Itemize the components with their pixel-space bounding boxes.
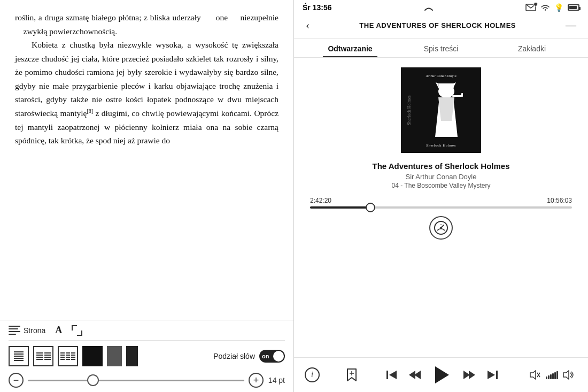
book-title-header: THE ADVENTURES OF SHERLOCK HOLMES [314, 21, 561, 29]
font-slider[interactable] [28, 380, 244, 381]
paragraph-1: roślin, a druga szmatę białego płótna; z… [15, 11, 278, 38]
page-label: Strona [24, 326, 45, 335]
progress-fill [310, 206, 370, 209]
svg-marker-30 [530, 371, 536, 379]
svg-marker-3 [438, 83, 454, 90]
player-author: Sir Arthur Conan Doyle [372, 173, 509, 181]
bookmark-icon [346, 368, 357, 382]
toolbar-row1: Strona A [9, 325, 285, 341]
expand-icon[interactable] [72, 325, 82, 336]
play-button[interactable] [430, 363, 454, 387]
layout-3col-button[interactable] [58, 346, 78, 366]
info-button[interactable]: i [305, 367, 320, 382]
page-view-button[interactable]: Strona [9, 326, 45, 335]
font-size-value: 14 pt [268, 376, 285, 385]
status-curve-icon [424, 6, 434, 11]
svg-marker-25 [409, 371, 415, 379]
total-time: 10:56:03 [547, 197, 572, 204]
svg-marker-27 [469, 371, 475, 379]
menu-button[interactable]: — [561, 17, 581, 34]
svg-marker-33 [563, 371, 569, 379]
svg-marker-9 [438, 97, 454, 121]
font-increase-button[interactable]: + [249, 373, 264, 388]
current-time: 2:42:20 [310, 197, 331, 204]
player-bottom-bar: i [294, 357, 588, 392]
mail-badge [533, 2, 538, 6]
theme-dark-button[interactable] [82, 346, 103, 366]
toggle-label: on [262, 353, 269, 359]
layout-2col-button[interactable] [33, 346, 53, 366]
toolbar-row2: Podział słów on [9, 341, 285, 370]
book-text: roślin, a druga szmatę białego płótna; z… [0, 0, 293, 320]
mail-icon [525, 4, 536, 11]
svg-rect-7 [461, 93, 463, 97]
volume-on-button[interactable] [560, 366, 577, 383]
font-decrease-button[interactable]: − [9, 373, 24, 388]
wifi-icon [540, 4, 550, 11]
font-size-button[interactable]: A [55, 325, 62, 336]
tabs: Odtwarzanie Spis treści Zakładki [294, 39, 588, 58]
toggle-switch[interactable]: on [259, 350, 285, 363]
bottom-toolbar: Strona A [0, 320, 293, 392]
tab-bookmarks[interactable]: Zakładki [486, 39, 577, 57]
theme-sepia-button[interactable] [107, 346, 122, 366]
bookmark-button[interactable] [345, 367, 358, 382]
svg-text:Arthur Conan Doyle: Arthur Conan Doyle [425, 74, 457, 78]
speedometer-icon [433, 220, 449, 236]
volume-off-icon [530, 370, 540, 380]
svg-text:Sherlock Holmes: Sherlock Holmes [426, 143, 456, 148]
left-panel: roślin, a druga szmatę białego płótna; z… [0, 0, 294, 392]
svg-marker-23 [389, 371, 397, 379]
volume-on-icon [563, 370, 575, 380]
cover-svg: Sherlock Holmes Arthur Conan Doyle Sherl… [401, 67, 481, 153]
tab-playing[interactable]: Odtwarzanie [305, 39, 396, 57]
volume-off-button[interactable] [527, 366, 544, 383]
player-content: Sherlock Holmes Arthur Conan Doyle Sherl… [294, 58, 588, 357]
svg-rect-22 [386, 371, 388, 379]
player-chapter: 04 - The Boscombe Valley Mystery [372, 182, 509, 189]
right-panel: Śr 13:56 💡 [294, 0, 588, 392]
progress-times: 2:42:20 10:56:03 [310, 197, 572, 204]
toolbar-row3: − + 14 pt [9, 370, 285, 389]
book-cover: Sherlock Holmes Arthur Conan Doyle Sherl… [401, 67, 481, 153]
progress-knob[interactable] [366, 203, 375, 212]
battery-icon [568, 4, 579, 11]
progress-section: 2:42:20 10:56:03 [310, 197, 572, 209]
tab-toc[interactable]: Spis treści [396, 39, 486, 57]
layout-icons [9, 346, 138, 366]
status-icons: 💡 [525, 3, 579, 12]
rewind-button[interactable] [407, 366, 424, 383]
forward-button[interactable] [460, 366, 477, 383]
paragraph-2: Kobieta z chustką była niezwykle wysoka,… [15, 38, 278, 148]
svg-rect-6 [452, 95, 462, 97]
status-bar: Śr 13:56 💡 [294, 0, 588, 14]
skip-prev-button[interactable] [383, 366, 400, 383]
word-split-label: Podział słów [213, 352, 255, 360]
playback-controls [383, 363, 501, 387]
bulb-icon: 💡 [554, 3, 563, 12]
toggle-knob [273, 351, 284, 362]
volume-section [527, 366, 577, 383]
footnote-ref[interactable]: [8] [87, 108, 93, 114]
layout-1col-button[interactable] [9, 346, 29, 366]
status-time: Śr 13:56 [303, 3, 331, 12]
page-lines-icon [9, 326, 20, 335]
font-slider-knob[interactable] [87, 374, 99, 386]
back-button[interactable]: ‹ [301, 16, 314, 34]
speed-button[interactable] [429, 216, 453, 240]
svg-point-15 [440, 227, 442, 229]
word-split-toggle[interactable]: Podział słów on [213, 350, 285, 363]
battery-fill [569, 6, 577, 9]
svg-marker-29 [488, 371, 495, 379]
play-icon [435, 366, 449, 383]
progress-bar[interactable] [310, 206, 572, 209]
player-book-title: The Adventures of Sherlock Holmes [372, 162, 509, 171]
skip-next-button[interactable] [484, 366, 501, 383]
volume-bars [546, 371, 558, 379]
svg-text:Sherlock Holmes: Sherlock Holmes [407, 95, 412, 125]
svg-rect-28 [496, 371, 498, 379]
theme-custom-button[interactable] [126, 346, 138, 366]
book-info: The Adventures of Sherlock Holmes Sir Ar… [372, 162, 509, 189]
app-header: ‹ THE ADVENTURES OF SHERLOCK HOLMES — [294, 14, 588, 39]
